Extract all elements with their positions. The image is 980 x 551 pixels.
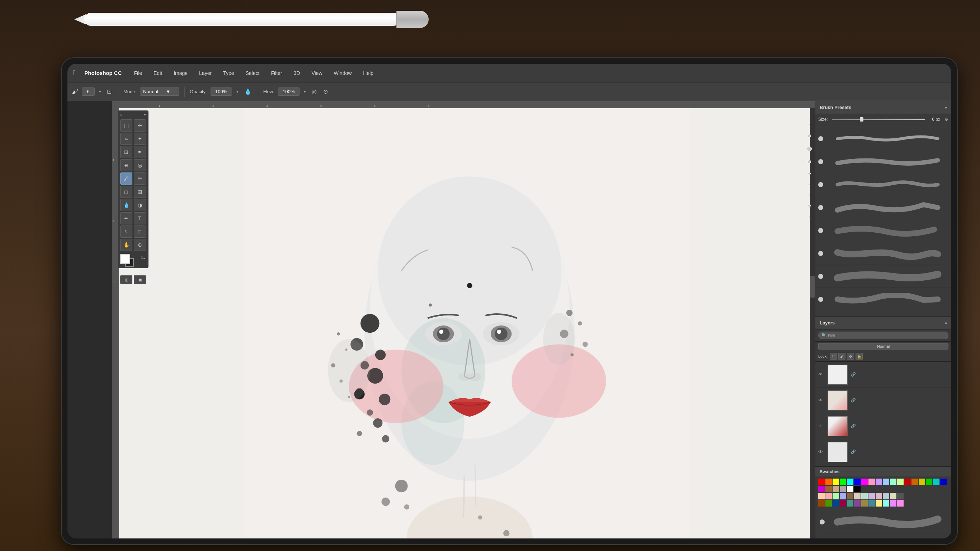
menu-layer[interactable]: Layer: [197, 69, 214, 78]
swatch-darkred[interactable]: [904, 479, 911, 485]
swatch-crimson[interactable]: [840, 500, 846, 507]
scroll-thumb[interactable]: [810, 276, 815, 297]
menu-window[interactable]: Window: [332, 69, 354, 78]
eraser-tool[interactable]: ◻: [120, 186, 132, 198]
swatch-darkbrown[interactable]: [847, 493, 853, 499]
opacity-arrow-icon[interactable]: ▼: [235, 90, 239, 94]
swatch-rust[interactable]: [818, 500, 825, 507]
burn-tool[interactable]: ◑: [134, 199, 146, 211]
brush-item-7[interactable]: [815, 265, 951, 288]
swatch-red[interactable]: [818, 479, 825, 485]
blend-mode-dropdown[interactable]: Normal ▼: [140, 87, 179, 96]
swatch-tan[interactable]: [832, 486, 839, 492]
airbrush-icon[interactable]: 💧: [243, 87, 253, 97]
lock-position-icon[interactable]: ✛: [847, 353, 854, 360]
layer-row-4[interactable]: 👁 🔗: [815, 439, 951, 465]
swatch-teal[interactable]: [933, 479, 939, 485]
swatch-lime[interactable]: [897, 479, 904, 485]
size-slider-thumb[interactable]: [860, 117, 864, 122]
swatch-lightblue[interactable]: [883, 479, 889, 485]
brush-settings-icon[interactable]: ⚙: [945, 117, 948, 122]
lock-pixels-icon[interactable]: 🖌: [838, 353, 845, 360]
path-select-tool[interactable]: ↖: [120, 225, 132, 238]
swatch-gold[interactable]: [861, 500, 868, 507]
swatch-plum[interactable]: [854, 500, 861, 507]
swatch-seafoam[interactable]: [861, 493, 868, 499]
swatch-yellow[interactable]: [832, 479, 839, 485]
swatch-darkyellow[interactable]: [919, 479, 925, 485]
menu-image[interactable]: Image: [172, 69, 190, 78]
swatch-lavender[interactable]: [876, 479, 882, 485]
flow-value[interactable]: 100%: [278, 87, 299, 96]
foreground-color[interactable]: [120, 254, 130, 264]
heal-tool[interactable]: ⊕: [120, 159, 132, 171]
hand-tool[interactable]: ✋: [120, 239, 132, 251]
layer-3-visibility[interactable]: 👁: [818, 423, 826, 429]
swatch-blue[interactable]: [854, 479, 861, 485]
flow-arrow-icon[interactable]: ▼: [303, 90, 307, 94]
brush-item-3[interactable]: [815, 173, 951, 196]
brush-presets-icon[interactable]: ⊡: [105, 87, 113, 97]
menu-file[interactable]: File: [132, 69, 144, 78]
swatch-straw[interactable]: [876, 500, 882, 507]
zoom-tool[interactable]: ⊕: [134, 239, 146, 251]
panel-collapse-icon[interactable]: »: [945, 105, 947, 110]
swatch-beige[interactable]: [854, 493, 861, 499]
shape-tool[interactable]: □: [134, 225, 146, 238]
menu-select[interactable]: Select: [243, 69, 261, 78]
swatch-darkteal[interactable]: [847, 500, 853, 507]
swap-colors-icon[interactable]: ⇆: [141, 254, 145, 260]
swatch-darkgray[interactable]: [897, 493, 904, 499]
swatch-cyan[interactable]: [847, 479, 853, 485]
layers-collapse-icon[interactable]: »: [945, 321, 947, 326]
blur-tool[interactable]: 💧: [120, 199, 132, 211]
screen-mode-icon[interactable]: ▣: [134, 275, 146, 284]
type-tool[interactable]: T: [134, 212, 146, 224]
layer-row-3[interactable]: 👁 🔗: [815, 413, 951, 439]
brush-size-input[interactable]: 6: [82, 87, 95, 96]
brush-item-bottom-2[interactable]: [817, 534, 950, 538]
clone-tool[interactable]: ◎: [134, 159, 146, 171]
swatch-khaki[interactable]: [890, 493, 896, 499]
swatch-mauve[interactable]: [869, 493, 875, 499]
eyedropper-tool[interactable]: ✒: [134, 146, 146, 158]
swatch-white[interactable]: [847, 486, 853, 492]
marquee-tool[interactable]: ⬚: [120, 119, 132, 132]
size-slider[interactable]: [832, 119, 925, 120]
layer-4-visibility[interactable]: 👁: [818, 449, 826, 454]
quick-mask-icon[interactable]: ◫: [120, 275, 132, 284]
swatch-darkgreen[interactable]: [926, 479, 932, 485]
brush-item-1[interactable]: [815, 127, 951, 150]
menu-edit[interactable]: Edit: [151, 69, 164, 78]
opacity-value[interactable]: 100%: [210, 87, 232, 96]
gradient-tool[interactable]: ▤: [134, 186, 146, 198]
canvas-area[interactable]: [119, 108, 815, 538]
lock-transparency-icon[interactable]: ⬚: [830, 353, 837, 360]
brush-item-8[interactable]: [815, 288, 951, 306]
swatch-gray[interactable]: [840, 486, 846, 492]
layer-1-visibility[interactable]: 👁: [818, 372, 826, 377]
lock-all-icon[interactable]: 🔒: [856, 353, 863, 360]
swatch-navy[interactable]: [832, 500, 839, 507]
swatch-purple[interactable]: [818, 486, 825, 492]
size-arrow-icon[interactable]: ▼: [98, 90, 102, 94]
layers-blend-mode[interactable]: Normal: [818, 343, 948, 349]
swatch-green[interactable]: [840, 479, 846, 485]
brush-item-6[interactable]: [815, 242, 951, 265]
menu-help[interactable]: Help: [361, 69, 375, 78]
swatch-orchid[interactable]: [890, 500, 896, 507]
pencil-draw-tool[interactable]: ✏: [134, 172, 146, 185]
brush-list[interactable]: [815, 127, 951, 306]
brush-item-4[interactable]: [815, 196, 951, 219]
swatch-brown[interactable]: [826, 486, 832, 492]
swatch-darkblue[interactable]: [940, 479, 947, 485]
brush-item-bottom-1[interactable]: [817, 510, 950, 534]
brush-item-5[interactable]: [815, 219, 951, 242]
layer-2-visibility[interactable]: 👁: [818, 398, 826, 403]
menu-3d[interactable]: 3D: [292, 69, 302, 78]
menu-view[interactable]: View: [309, 69, 324, 78]
pressure-icon[interactable]: ◎: [310, 87, 318, 97]
swatch-black[interactable]: [854, 486, 861, 492]
swatch-periwinkle[interactable]: [840, 493, 846, 499]
swatch-lightgreen[interactable]: [832, 493, 839, 499]
